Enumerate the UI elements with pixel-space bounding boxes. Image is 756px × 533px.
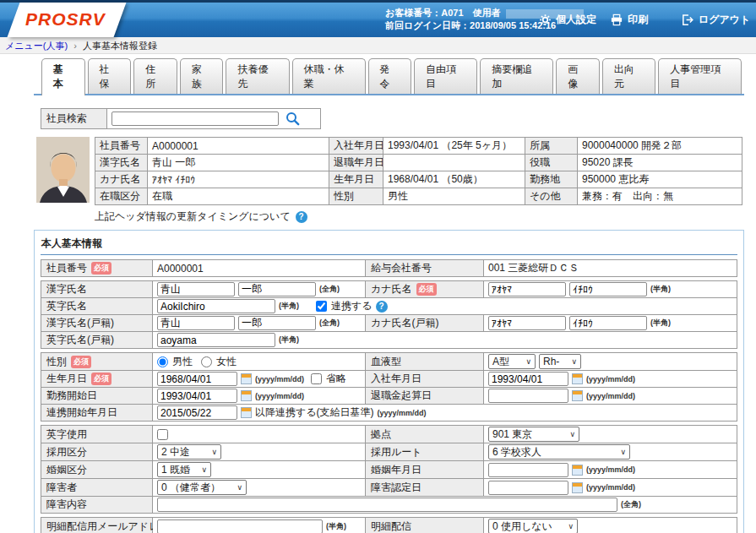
summary-label: 在職区分 xyxy=(95,188,148,205)
summary-label: 役職 xyxy=(525,155,578,171)
field-label: 障害認定日 xyxy=(371,481,422,495)
breadcrumb: メニュー(人事) › 人事基本情報登録 xyxy=(0,37,756,54)
breadcrumb-separator: › xyxy=(73,41,77,51)
date-format-note: (yyyy/mm/dd) xyxy=(586,465,635,474)
link-start-date-input[interactable] xyxy=(157,405,237,420)
register-english-name-input[interactable] xyxy=(157,333,275,347)
field-label: 英字氏名(戸籍) xyxy=(46,333,114,347)
birth-omit-checkbox[interactable] xyxy=(311,373,322,384)
calendar-icon[interactable] xyxy=(572,390,583,401)
help-icon[interactable]: ? xyxy=(376,301,388,313)
mail-delivery-select[interactable]: 0 使用しない∨ xyxy=(488,519,578,533)
field-label: 漢字氏名(戸籍) xyxy=(46,316,114,330)
summary-value: 青山 一郎 xyxy=(148,155,329,171)
chevron-down-icon: ∨ xyxy=(571,357,577,366)
hire-type-select[interactable]: 2 中途∨ xyxy=(157,444,221,460)
chevron-down-icon: ∨ xyxy=(620,448,626,456)
date-format-note: (yyyy/mm/dd) xyxy=(586,483,635,492)
tab-leave[interactable]: 休職・休業 xyxy=(292,58,366,94)
summary-value: 在職 xyxy=(148,188,329,205)
calendar-icon[interactable] xyxy=(572,373,583,384)
field-label: 生年月日 xyxy=(46,372,87,386)
summary-label: 漢字氏名 xyxy=(95,155,148,171)
marriage-date-input[interactable] xyxy=(488,463,568,477)
tab-hr-management-items[interactable]: 人事管理項目 xyxy=(658,58,742,94)
blood-type-select[interactable]: A型∨ xyxy=(488,354,536,369)
blood-rh-select[interactable]: Rh-∨ xyxy=(539,354,581,369)
field-label: 英字使用 xyxy=(46,427,87,442)
summary-value: 1993/04/01 （25年 5ヶ月） xyxy=(383,138,525,155)
app-logo: PROSRV xyxy=(25,9,106,30)
register-kanji-last-input[interactable] xyxy=(157,316,235,330)
form-row-link-start: 連携開始年月日 以降連携する(支給日基準)(yyyy/mm/dd) xyxy=(41,404,737,422)
tab-image[interactable]: 画像 xyxy=(556,58,600,94)
form-row-kanji-name: 漢字氏名 (全角) カナ氏名必須 (半角) xyxy=(41,280,737,298)
english-use-checkbox[interactable] xyxy=(157,429,168,440)
help-icon[interactable]: ? xyxy=(296,211,307,223)
register-kanji-first-input[interactable] xyxy=(238,316,316,330)
header-update-note: 上記ヘッダ情報の更新タイミングについて xyxy=(95,209,291,224)
form-row-marriage: 婚姻区分 1 既婚∨ 婚姻年月日 (yyyy/mm/dd) xyxy=(41,460,737,479)
disability-detail-input[interactable] xyxy=(157,498,617,512)
form-row-english-use: 英字使用 拠点 901 東京∨ xyxy=(41,425,737,443)
print-button[interactable]: 印刷 xyxy=(610,13,648,27)
retirement-base-date-input[interactable] xyxy=(488,389,568,403)
form-row-employee-no: 社員番号必須 A0000001 給与会社番号 001 三菱総研ＤＣＳ xyxy=(41,259,737,277)
mail-address-input[interactable] xyxy=(157,519,323,533)
hire-route-select[interactable]: 6 学校求人∨ xyxy=(488,444,630,460)
summary-value: 男性 xyxy=(383,188,525,205)
tab-basic[interactable]: 基本 xyxy=(41,58,85,95)
calendar-icon[interactable] xyxy=(572,465,583,476)
kana-first-name-input[interactable] xyxy=(569,282,647,296)
breadcrumb-menu-link[interactable]: メニュー(人事) xyxy=(5,41,68,51)
search-icon[interactable] xyxy=(286,111,300,126)
tab-dependent-priority[interactable]: 扶養優先 xyxy=(226,58,289,94)
kana-last-name-input[interactable] xyxy=(488,282,566,296)
summary-value: 9000040000 開発２部 xyxy=(578,138,742,155)
personal-settings-button[interactable]: 個人設定 xyxy=(539,13,596,27)
link-name-checkbox[interactable] xyxy=(316,301,327,312)
field-label: 明細配信用メールアドレス xyxy=(46,519,170,533)
link-name-label: 連携する xyxy=(331,299,373,313)
tab-appointment[interactable]: 発令 xyxy=(368,58,412,94)
tab-bar: 基本 社保 住所 家族 扶養優先 休職・休業 発令 自由項目 摘要欄追加 画像 … xyxy=(34,58,744,95)
birth-date-input[interactable] xyxy=(157,372,237,386)
work-start-date-input[interactable] xyxy=(157,389,237,403)
base-select[interactable]: 901 東京∨ xyxy=(488,427,579,442)
gender-male-radio[interactable] xyxy=(157,356,168,367)
app-header: PROSRV お客様番号：A071 使用者 前回ログイン日時：2018/09/0… xyxy=(0,0,756,37)
summary-label: 性別 xyxy=(329,188,383,205)
gender-female-radio[interactable] xyxy=(201,356,212,367)
calendar-icon[interactable] xyxy=(241,407,252,418)
gender-female-label: 女性 xyxy=(216,355,237,369)
summary-label: 退職年月日 xyxy=(329,155,383,171)
kanji-first-name-input[interactable] xyxy=(238,282,316,296)
table-row: 社員番号A0000001 入社年月日1993/04/01 （25年 5ヶ月） 所… xyxy=(95,138,742,155)
kanji-last-name-input[interactable] xyxy=(157,282,235,296)
hire-date-input[interactable] xyxy=(488,372,568,386)
form-row-disability: 障害者 0 （健常者）∨ 障害認定日 (yyyy/mm/dd) xyxy=(41,478,737,497)
calendar-icon[interactable] xyxy=(572,482,583,493)
tab-address[interactable]: 住所 xyxy=(133,58,177,94)
english-name-input[interactable] xyxy=(157,299,275,313)
field-label: 社員番号 xyxy=(46,261,87,275)
marriage-select[interactable]: 1 既婚∨ xyxy=(157,462,211,477)
employee-search-input[interactable] xyxy=(111,111,279,126)
disability-select[interactable]: 0 （健常者）∨ xyxy=(157,480,247,495)
required-badge: 必須 xyxy=(91,262,111,275)
calendar-icon[interactable] xyxy=(241,390,252,401)
summary-label: カナ氏名 xyxy=(95,171,148,188)
gear-icon xyxy=(539,14,552,26)
register-kana-first-input[interactable] xyxy=(569,316,647,330)
calendar-icon[interactable] xyxy=(241,373,252,384)
employee-summary-table: 社員番号A0000001 入社年月日1993/04/01 （25年 5ヶ月） 所… xyxy=(95,137,742,205)
form-row-english-name: 英字氏名 (半角) 連携する ? xyxy=(41,297,737,315)
tab-secondment-source[interactable]: 出向元 xyxy=(602,58,655,94)
tab-social-insurance[interactable]: 社保 xyxy=(88,58,132,94)
logout-button[interactable]: ログアウト xyxy=(681,13,750,27)
disability-date-input[interactable] xyxy=(488,481,568,495)
tab-family[interactable]: 家族 xyxy=(180,58,224,94)
tab-free-items[interactable]: 自由項目 xyxy=(414,58,477,94)
register-kana-last-input[interactable] xyxy=(488,316,566,330)
tab-summary-column[interactable]: 摘要欄追加 xyxy=(480,58,553,94)
